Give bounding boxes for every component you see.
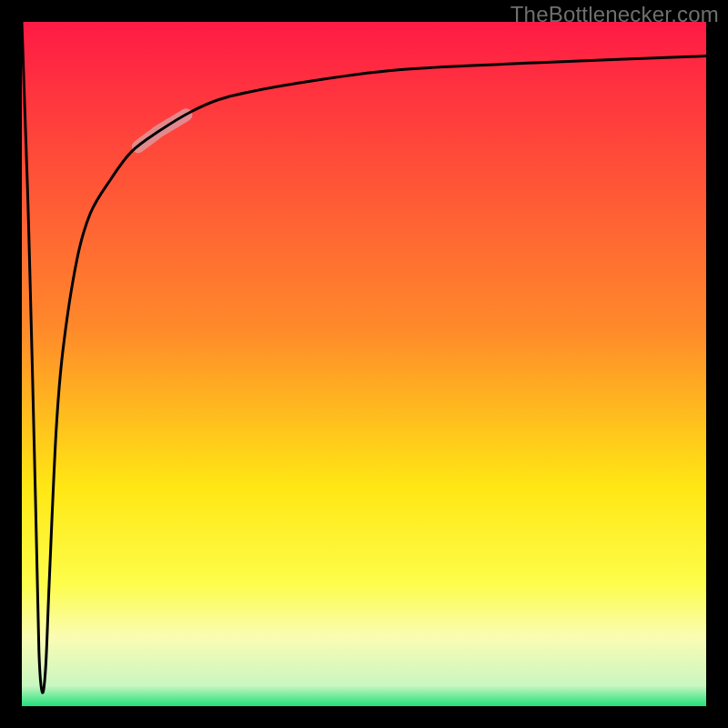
chart-svg (0, 0, 728, 728)
watermark-text: TheBottlenecker.com (511, 2, 719, 27)
plot-background (22, 22, 706, 706)
chart-frame: TheBottlenecker.com (0, 0, 728, 728)
